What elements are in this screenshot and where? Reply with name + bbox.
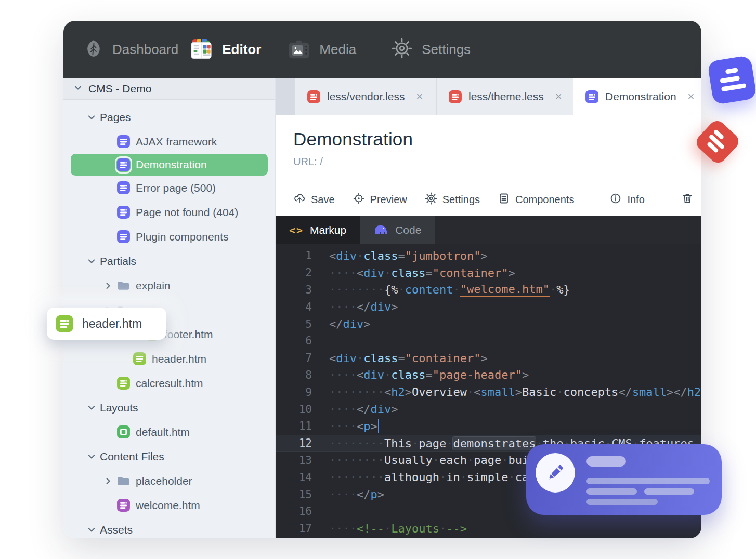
tree-item-header-htm[interactable]: header.htm: [63, 347, 275, 371]
drag-ghost-card[interactable]: header.htm: [47, 308, 166, 340]
code-line-content: ····</div>: [329, 403, 398, 416]
nav-item-label: Dashboard: [112, 42, 178, 58]
page-file-icon: [116, 135, 131, 149]
delete-button[interactable]: [681, 192, 694, 207]
tree-item-ajax-framework[interactable]: AJAX framework: [63, 129, 275, 154]
tab-label: less/theme.less: [468, 90, 544, 103]
editor-tabbar: <>MarkupCode: [276, 216, 701, 244]
code-line-2[interactable]: 2 ····<div·class="container">: [276, 264, 701, 282]
page-file-icon: [116, 230, 131, 244]
tree-item-calcresult-htm[interactable]: calcresult.htm: [63, 371, 275, 395]
page-url: URL: /: [293, 156, 684, 168]
folder-icon: [116, 474, 131, 488]
editor-tab-code[interactable]: Code: [360, 216, 435, 244]
line-number: 7: [276, 352, 312, 364]
nav-item-label: Settings: [422, 42, 471, 58]
partial-file-icon: [116, 376, 131, 390]
document-header: Demonstration URL: /: [276, 115, 701, 183]
code-line-17[interactable]: 17 ····<!--·Layouts·-->: [276, 520, 701, 537]
code-line-11[interactable]: 11 ····<p>: [276, 418, 701, 435]
save-icon: [293, 192, 306, 207]
tree-item-default-htm[interactable]: default.htm: [63, 420, 275, 444]
code-line-8[interactable]: 8 ····<div·class="page-header">: [276, 367, 701, 384]
line-number: 3: [276, 284, 312, 296]
leaf-logo-icon: [84, 39, 103, 60]
tree-item-label: calcresult.htm: [136, 377, 203, 390]
components-button[interactable]: Components: [498, 192, 574, 207]
code-line-5[interactable]: 5 </div>: [276, 315, 701, 332]
line-number: 4: [276, 301, 312, 313]
close-icon[interactable]: ×: [555, 90, 562, 103]
tree-item-demonstration[interactable]: Demonstration: [71, 154, 268, 176]
document-tab-less-vendor-less[interactable]: less/vendor.less ×: [295, 78, 437, 115]
line-number: 10: [276, 403, 312, 416]
media-icon: [288, 39, 310, 60]
tree-section-assets[interactable]: Assets: [63, 517, 275, 538]
settings-button[interactable]: Settings: [425, 192, 480, 207]
page-file-icon: [116, 158, 131, 172]
sidebar-title: CMS - Demo: [88, 83, 151, 95]
tree-item-explain[interactable]: explain: [63, 273, 275, 298]
chevron-right-icon: [104, 282, 112, 290]
tree-section-layouts[interactable]: Layouts: [63, 395, 275, 420]
skeleton-line: [586, 488, 637, 495]
code-line-content: ····</div>: [329, 300, 398, 313]
editor-tab-markup[interactable]: <>Markup: [276, 216, 360, 244]
tree-item-plugin-components[interactable]: Plugin components: [63, 224, 275, 249]
code-line-content: ····<!--·Layouts·-->: [329, 522, 467, 535]
tree-section-content-files[interactable]: Content Files: [63, 444, 275, 469]
toolbar-button-label: Settings: [442, 194, 480, 206]
php-elephant-icon: [373, 223, 389, 237]
gear-icon: [425, 192, 437, 207]
tabbar-spacer: [276, 78, 295, 115]
code-line-9[interactable]: 9 ········<h2>Overview·<small>Basic·conc…: [276, 383, 701, 401]
code-line-4[interactable]: 4 ····</div>: [276, 298, 701, 315]
code-line-content: <div·class="jumbotron">: [329, 249, 488, 262]
pencil-icon: [536, 453, 575, 493]
tab-label: less/vendor.less: [327, 90, 405, 103]
nav-item-media[interactable]: Media: [288, 39, 356, 60]
code-line-18[interactable]: 18 ····<h2>Layouts</h2>: [276, 537, 701, 538]
code-line-content: </div>: [329, 317, 371, 330]
info-icon: [609, 192, 622, 207]
code-line-1[interactable]: 1 <div·class="jumbotron">: [276, 247, 701, 264]
edit-info-card: [526, 444, 722, 515]
sidebar-header[interactable]: CMS - Demo: [63, 78, 275, 100]
nav-item-editor[interactable]: Editor: [190, 38, 261, 60]
chevron-down-icon: [74, 84, 82, 94]
code-line-7[interactable]: 7 <div·class="container">: [276, 350, 701, 367]
code-line-10[interactable]: 10 ····</div>: [276, 401, 701, 418]
code-line-content: ········although·in·simple·ca: [329, 471, 529, 484]
line-number: 2: [276, 267, 312, 279]
info-button[interactable]: Info: [609, 192, 644, 207]
tree-section-partials[interactable]: Partials: [63, 249, 275, 273]
toolbar-button-label: Components: [515, 194, 574, 206]
nav-item-settings[interactable]: Settings: [392, 38, 471, 61]
partial-file-icon: [133, 352, 147, 366]
tree-item-label: Page not found (404): [136, 206, 238, 219]
gear-icon: [392, 38, 412, 61]
document-tab-less-theme-less[interactable]: less/theme.less ×: [437, 78, 573, 115]
nav-item-dashboard[interactable]: Dashboard: [84, 39, 178, 60]
code-line-content: ····<div·class="page-header">: [329, 368, 529, 381]
tree-item-placeholder[interactable]: placeholder: [63, 469, 275, 493]
tree-item-welcome-htm[interactable]: welcome.htm: [63, 493, 275, 517]
code-line-3[interactable]: 3 ········{%·content·"welcome.htm"·%}: [276, 282, 701, 299]
tree-item-page-not-found-404-[interactable]: Page not found (404): [63, 200, 275, 224]
line-number: 6: [276, 335, 312, 347]
preview-button[interactable]: Preview: [353, 192, 407, 207]
editor-tab-label: Markup: [310, 224, 346, 236]
drag-ghost-label: header.htm: [82, 317, 142, 331]
tree-section-label: Layouts: [100, 402, 138, 414]
code-line-6[interactable]: 6: [276, 332, 701, 350]
code-line-content: ····</p>: [329, 488, 384, 501]
chevron-down-icon: [87, 113, 96, 122]
document-tab-demonstration[interactable]: Demonstration ×: [573, 78, 701, 115]
components-icon: [498, 192, 510, 207]
tree-item-error-page-500-[interactable]: Error page (500): [63, 176, 275, 200]
tree-section-pages[interactable]: Pages: [63, 105, 275, 129]
floating-page-icon: [707, 55, 756, 105]
close-icon[interactable]: ×: [688, 90, 695, 103]
save-button[interactable]: Save: [293, 192, 335, 207]
close-icon[interactable]: ×: [416, 90, 423, 103]
